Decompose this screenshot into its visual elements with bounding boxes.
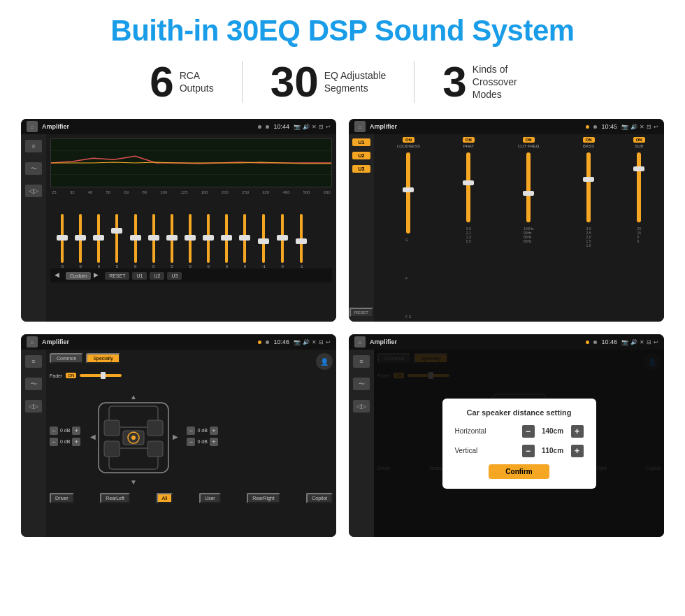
copilot-btn[interactable]: Copilot (306, 493, 333, 503)
cutfreq-slider[interactable] (526, 152, 531, 222)
phat-slider[interactable] (466, 152, 470, 222)
fl-db-row: − 0 dB + (50, 427, 80, 435)
eq-slider-12[interactable]: 0 (281, 214, 284, 268)
cross-side-icons: U1 U2 U3 RESET (349, 134, 374, 322)
eq-slider-0[interactable]: 0 (61, 214, 64, 268)
spk-wave-icon[interactable]: 〜 (25, 378, 42, 390)
u2-button[interactable]: U2 (150, 272, 164, 280)
eq-slider-13[interactable]: -1 (299, 214, 303, 268)
stat-number-eq: 30 (271, 60, 319, 103)
dot-5 (258, 341, 261, 344)
eq-bottom-bar: ◀ Custom ▶ RESET U1 U2 U3 (50, 268, 332, 282)
eq-side-icons: ≡ 〜 ◁▷ (21, 134, 46, 322)
eq-slider-6[interactable]: 0 (171, 214, 173, 268)
avatar-btn[interactable]: 👤 (316, 353, 333, 370)
eq-slider-11[interactable]: -1 (262, 214, 266, 268)
dist-filter-icon[interactable]: ≡ (353, 355, 370, 368)
rr-plus[interactable]: + (210, 438, 218, 446)
loudness-label: LOUDNESS (397, 144, 420, 148)
on-badge-loudness[interactable]: ON (403, 137, 414, 143)
driver-btn[interactable]: Driver (50, 493, 74, 503)
status-bar-4: ⌂ Amplifier 10:46 📷🔊✕⊟↩ (349, 334, 664, 350)
spk-vol-icon[interactable]: ◁▷ (25, 400, 42, 413)
bass-slider[interactable] (586, 152, 591, 222)
on-badge-phat[interactable]: ON (463, 137, 475, 143)
fl-plus[interactable]: + (72, 427, 80, 435)
eq-slider-2[interactable]: 0 (97, 214, 100, 268)
confirm-button[interactable]: Confirm (489, 464, 549, 479)
home-icon-4[interactable]: ⌂ (354, 336, 366, 348)
eq-slider-10[interactable]: 0 (243, 214, 246, 268)
vertical-row: Vertical − 110cm + (455, 445, 584, 457)
tab-common[interactable]: Common (50, 353, 83, 364)
u3-button[interactable]: U3 (167, 272, 182, 280)
loudness-slider[interactable] (406, 152, 410, 234)
screen-crossover: ⌂ Amplifier 10:45 📷🔊✕⊟↩ U1 U2 U3 RESET (349, 119, 664, 322)
on-badge-bass[interactable]: ON (583, 137, 595, 143)
user-btn[interactable]: User (199, 493, 221, 503)
horizontal-plus[interactable]: + (571, 425, 584, 438)
next-button[interactable]: ▶ (94, 271, 102, 280)
status-icons-4: 📷🔊✕⊟↩ (621, 339, 658, 345)
all-btn[interactable]: All (157, 493, 173, 503)
dist-panel: Common Specialty 👤 Fader ON (374, 350, 664, 537)
tab-specialty[interactable]: Specialty (86, 353, 120, 364)
rr-minus[interactable]: − (187, 438, 195, 446)
eq-slider-7[interactable]: 0 (189, 214, 192, 268)
eq-slider-5[interactable]: 0 (152, 214, 155, 268)
vertical-plus[interactable]: + (571, 445, 584, 457)
u1-button[interactable]: U1 (132, 272, 147, 280)
status-bar-1: ⌂ Amplifier 10:44 📷🔊✕⊟↩ (21, 119, 336, 134)
status-bar-2: ⌂ Amplifier 10:45 📷🔊✕⊟↩ (349, 119, 664, 134)
on-badge-cutfreq[interactable]: ON (523, 137, 535, 143)
rl-minus[interactable]: − (50, 438, 58, 446)
stat-label-crossover: Kinds ofCrossover Modes (473, 63, 535, 101)
spk-filter-icon[interactable]: ≡ (25, 355, 42, 368)
home-icon-2[interactable]: ⌂ (354, 121, 366, 132)
prev-button[interactable]: ◀ (55, 271, 63, 280)
eq-wave-icon[interactable]: 〜 (25, 162, 42, 175)
cross-panel: ON LOUDNESS GFF G ON PHAT (374, 134, 664, 322)
time-2: 10:45 (601, 123, 617, 130)
fr-minus[interactable]: − (187, 427, 195, 435)
on-badge-sub[interactable]: ON (633, 137, 645, 143)
dot-1 (258, 125, 261, 129)
eq-slider-4[interactable]: 0 (134, 214, 137, 268)
dot-7 (586, 341, 589, 344)
screen-speaker: ⌂ Amplifier 10:46 📷🔊✕⊟↩ ≡ 〜 ◁▷ (21, 334, 336, 537)
eq-slider-9[interactable]: 0 (225, 214, 228, 268)
eq-slider-8[interactable]: 0 (207, 214, 210, 268)
horizontal-minus[interactable]: − (522, 425, 535, 438)
eq-slider-1[interactable]: 0 (79, 214, 82, 268)
u1-band[interactable]: U1 (352, 138, 370, 146)
fader-label: Fader (50, 373, 62, 378)
fl-minus[interactable]: − (50, 427, 58, 435)
cross-col-phat: ON PHAT 3.02.11.30.5 (443, 137, 494, 319)
dist-wave-icon[interactable]: 〜 (353, 378, 370, 390)
vertical-minus[interactable]: − (522, 445, 535, 457)
home-icon-3[interactable]: ⌂ (27, 336, 38, 348)
crossover-reset[interactable]: RESET (349, 308, 373, 317)
phat-label: PHAT (463, 144, 475, 148)
eq-filter-icon[interactable]: ≡ (25, 140, 42, 152)
eq-volume-icon[interactable]: ◁▷ (25, 185, 42, 197)
fader-slider[interactable] (80, 374, 122, 377)
eq-slider-3[interactable]: 5 (115, 214, 118, 268)
eq-sliders: 0 0 0 5 (50, 199, 332, 268)
screen-distance: ⌂ Amplifier 10:46 📷🔊✕⊟↩ ≡ 〜 ◁▷ (349, 334, 664, 537)
rear-left-btn[interactable]: RearLeft (100, 493, 130, 503)
home-icon-1[interactable]: ⌂ (27, 121, 38, 132)
rear-right-btn[interactable]: RearRight (247, 493, 280, 503)
preset-custom[interactable]: Custom (66, 272, 91, 280)
dist-side-icons: ≡ 〜 ◁▷ (349, 350, 374, 537)
fr-plus[interactable]: + (210, 427, 218, 435)
u3-band[interactable]: U3 (352, 165, 370, 173)
u2-band[interactable]: U2 (352, 152, 370, 159)
fader-on-badge[interactable]: ON (66, 373, 76, 378)
fr-db-value: 0 dB (197, 428, 207, 433)
screenshots-grid: ⌂ Amplifier 10:44 📷🔊✕⊟↩ ≡ 〜 ◁▷ (21, 119, 664, 537)
reset-button[interactable]: RESET (105, 272, 129, 280)
sub-slider[interactable] (637, 152, 641, 222)
dist-vol-icon[interactable]: ◁▷ (353, 400, 370, 413)
rl-plus[interactable]: + (72, 438, 80, 446)
